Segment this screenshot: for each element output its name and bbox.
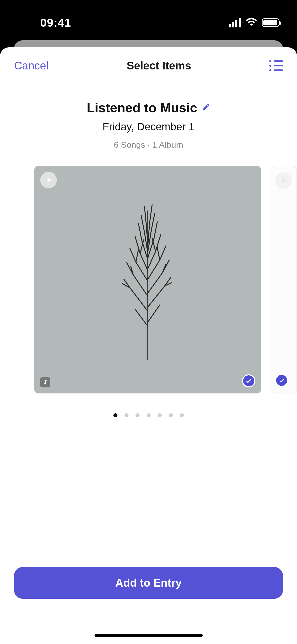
nav-title: Select Items (127, 59, 191, 72)
list-view-icon[interactable] (269, 59, 283, 72)
status-bar: 09:41 (0, 0, 297, 45)
add-to-entry-button[interactable]: Add to Entry (14, 567, 283, 599)
section-header: Listened to Music Friday, December 1 6 S… (0, 100, 297, 150)
page-dot[interactable] (136, 413, 140, 417)
album-card-next[interactable] (271, 166, 297, 393)
cellular-signal-icon (229, 18, 241, 27)
status-icons (229, 17, 279, 29)
selected-checkmark-icon[interactable] (242, 374, 255, 387)
battery-icon (262, 18, 279, 27)
page-dot[interactable] (180, 413, 184, 417)
modal-sheet: Cancel Select Items Listened to Music Fr… (0, 47, 297, 644)
home-indicator[interactable] (95, 634, 203, 637)
album-carousel[interactable] (0, 166, 297, 395)
album-card[interactable] (34, 166, 261, 393)
play-icon[interactable] (40, 172, 57, 188)
page-dot[interactable] (158, 413, 162, 417)
music-note-icon (40, 377, 50, 387)
bottom-bar: Add to Entry (0, 567, 297, 644)
page-dot[interactable] (169, 413, 173, 417)
page-dot[interactable] (113, 413, 117, 417)
status-time: 09:41 (40, 16, 71, 29)
page-indicator[interactable] (0, 413, 297, 417)
selected-checkmark-icon[interactable] (275, 374, 288, 387)
cancel-button[interactable]: Cancel (14, 59, 49, 72)
wifi-icon (246, 17, 257, 29)
page-dot[interactable] (124, 413, 129, 417)
page-dot[interactable] (147, 413, 151, 417)
section-date: Friday, December 1 (0, 121, 297, 133)
tree-image (105, 197, 191, 362)
edit-pencil-icon[interactable] (202, 103, 210, 112)
section-meta: 6 Songs · 1 Album (0, 140, 297, 150)
nav-bar: Cancel Select Items (0, 47, 297, 80)
section-title: Listened to Music (87, 100, 197, 115)
play-icon[interactable] (275, 172, 292, 189)
device-frame: 09:41 Cancel Select Items Liste (0, 0, 297, 644)
album-art (34, 166, 261, 393)
